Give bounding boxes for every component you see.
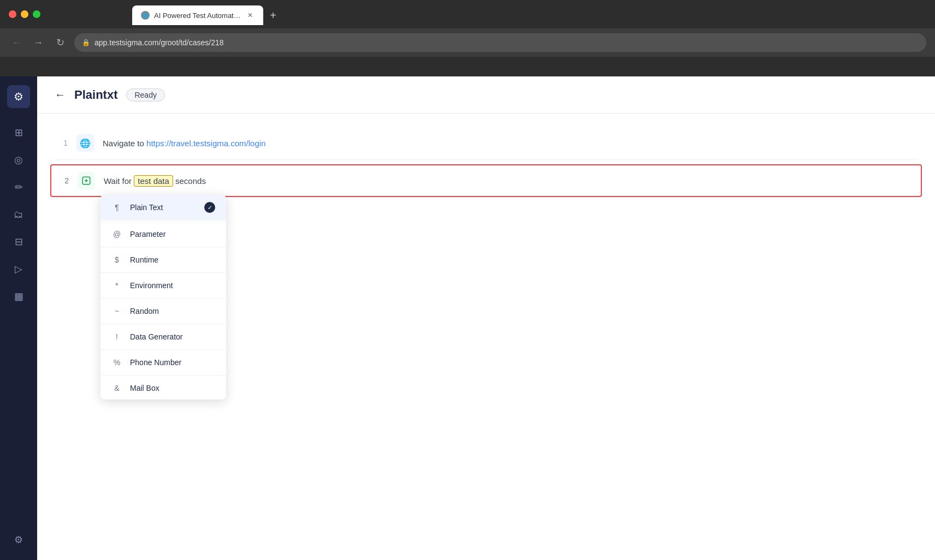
- logo-icon: ⚙: [14, 90, 23, 103]
- traffic-lights: [9, 10, 40, 18]
- dropdown-item-mail-box[interactable]: & Mail Box: [100, 377, 226, 400]
- sidebar-item-folder[interactable]: 🗂: [7, 203, 30, 226]
- sidebar-item-settings[interactable]: ⚙: [7, 528, 30, 551]
- browser-chrome: 🌐 AI Powered Test Automation Pl ✕ + ← → …: [0, 0, 935, 76]
- active-tab[interactable]: 🌐 AI Powered Test Automation Pl ✕: [132, 5, 263, 25]
- address-bar-row: ← → ↻ 🔒 app.testsigma.com/groot/td/cases…: [0, 28, 935, 57]
- step-link[interactable]: https://travel.testsigma.com/login: [146, 139, 265, 148]
- sidebar: ⚙ ⊞ ◎ ✏ 🗂 ⊟ ▷ ▦ ⚙: [0, 76, 37, 560]
- environment-icon: *: [111, 281, 122, 290]
- address-bar[interactable]: 🔒 app.testsigma.com/groot/td/cases/218: [74, 33, 926, 52]
- step-number: 1: [55, 139, 68, 147]
- test-data-token[interactable]: test data: [134, 175, 173, 187]
- mail-box-label: Mail Box: [130, 384, 159, 392]
- random-label: Random: [130, 307, 159, 315]
- forward-nav-button[interactable]: →: [31, 35, 46, 50]
- sidebar-item-grid[interactable]: ⊞: [7, 121, 30, 144]
- plain-text-icon: ¶: [111, 203, 122, 212]
- back-nav-button[interactable]: ←: [9, 35, 24, 50]
- runtime-icon: $: [111, 255, 122, 264]
- settings-icon: ⚙: [14, 534, 23, 546]
- step-row: 1 🌐 Navigate to https://travel.testsigma…: [55, 127, 918, 160]
- tab-favicon: 🌐: [141, 11, 150, 20]
- environment-label: Environment: [130, 281, 173, 290]
- runtime-label: Runtime: [130, 255, 158, 264]
- step-icon-wait[interactable]: [78, 172, 95, 189]
- chart-icon: ◎: [14, 154, 23, 166]
- data-generator-icon: !: [111, 332, 122, 341]
- phone-number-label: Phone Number: [130, 358, 181, 367]
- dashboard-icon: ⊟: [15, 236, 23, 248]
- sidebar-item-bar-chart[interactable]: ▦: [7, 285, 30, 308]
- plain-text-label: Plain Text: [130, 203, 163, 212]
- step-text-2: Wait for test data seconds: [104, 176, 916, 186]
- main-content: ← Plaintxt Ready 1 🌐 Navigate to https:/…: [37, 76, 935, 560]
- dropdown-divider: [100, 221, 226, 222]
- phone-number-icon: %: [111, 358, 122, 367]
- dropdown-item-environment[interactable]: * Environment: [100, 274, 226, 297]
- tab-title: AI Powered Test Automation Pl: [154, 11, 241, 20]
- back-button[interactable]: ←: [55, 88, 66, 101]
- data-generator-label: Data Generator: [130, 332, 183, 341]
- dropdown-item-runtime[interactable]: $ Runtime: [100, 248, 226, 271]
- dropdown-divider-3: [100, 272, 226, 273]
- edit-icon: ✏: [15, 181, 23, 193]
- app-container: ⚙ ⊞ ◎ ✏ 🗂 ⊟ ▷ ▦ ⚙ ←: [0, 76, 935, 560]
- status-badge: Ready: [126, 88, 164, 102]
- folder-icon: 🗂: [14, 209, 23, 221]
- minimize-button[interactable]: [21, 10, 28, 18]
- sidebar-item-edit[interactable]: ✏: [7, 176, 30, 199]
- sidebar-item-dashboard[interactable]: ⊟: [7, 230, 30, 253]
- parameter-icon: @: [111, 230, 122, 239]
- dropdown-item-parameter[interactable]: @ Parameter: [100, 223, 226, 246]
- mail-box-icon: &: [111, 384, 122, 392]
- step-number-2: 2: [56, 176, 69, 185]
- step-text: Navigate to https://travel.testsigma.com…: [103, 139, 918, 148]
- reload-button[interactable]: ↻: [52, 35, 68, 50]
- check-icon: ✓: [204, 202, 215, 213]
- dropdown-item-phone-number[interactable]: % Phone Number: [100, 351, 226, 374]
- dropdown-divider-7: [100, 375, 226, 376]
- sidebar-item-chart[interactable]: ◎: [7, 148, 30, 171]
- tab-close-icon[interactable]: ✕: [246, 11, 255, 20]
- dropdown-item-random[interactable]: ~ Random: [100, 300, 226, 323]
- page-title: Plaintxt: [74, 88, 117, 102]
- step-text-before: Navigate to: [103, 139, 146, 148]
- title-bar: 🌐 AI Powered Test Automation Pl ✕ +: [0, 0, 935, 28]
- dropdown-item-data-generator[interactable]: ! Data Generator: [100, 325, 226, 348]
- lock-icon: 🔒: [82, 39, 90, 46]
- maximize-button[interactable]: [33, 10, 40, 18]
- grid-icon: ⊞: [15, 127, 23, 139]
- step-icon-globe: 🌐: [76, 134, 94, 152]
- page-header: ← Plaintxt Ready: [37, 76, 935, 114]
- dropdown-divider-4: [100, 298, 226, 299]
- bar-chart-icon: ▦: [14, 290, 23, 302]
- step-wait-before: Wait for: [104, 176, 134, 186]
- back-arrow-icon: ←: [55, 88, 66, 101]
- step-row-highlighted: 2 Wait for test data seconds ¶: [50, 164, 922, 197]
- play-icon: ▷: [15, 263, 22, 275]
- steps-container: 1 🌐 Navigate to https://travel.testsigma…: [37, 114, 935, 560]
- random-icon: ~: [111, 307, 122, 315]
- close-button[interactable]: [9, 10, 16, 18]
- dropdown-menu: ¶ Plain Text ✓ @ Parameter $ Runtime: [100, 195, 226, 400]
- dropdown-item-plain-text[interactable]: ¶ Plain Text ✓: [100, 195, 226, 220]
- dropdown-divider-6: [100, 349, 226, 350]
- sidebar-logo[interactable]: ⚙: [7, 85, 30, 108]
- dropdown-divider-5: [100, 324, 226, 324]
- sidebar-item-play[interactable]: ▷: [7, 258, 30, 281]
- step-wait-after: seconds: [175, 176, 206, 186]
- new-tab-button[interactable]: +: [265, 8, 281, 23]
- url-text: app.testsigma.com/groot/td/cases/218: [94, 38, 224, 47]
- parameter-label: Parameter: [130, 230, 165, 239]
- tab-bar: 🌐 AI Powered Test Automation Pl ✕ +: [67, 5, 346, 25]
- dropdown-divider-2: [100, 247, 226, 247]
